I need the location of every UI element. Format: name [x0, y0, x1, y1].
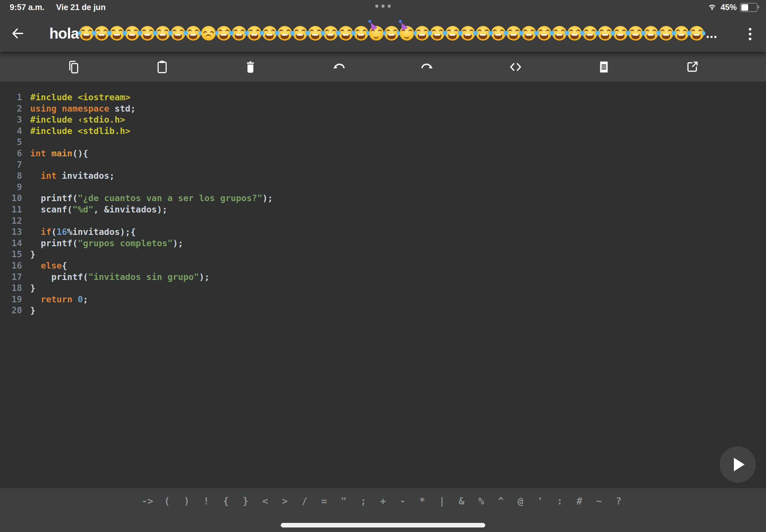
code-line[interactable]: 8 int invitados; [0, 170, 766, 182]
symbol-key[interactable]: ) [177, 495, 197, 507]
undo-icon [331, 59, 346, 75]
line-number: 13 [0, 226, 22, 238]
clock: 9:57 a.m. [10, 3, 44, 12]
title-truncation: ... [706, 26, 717, 41]
symbol-key[interactable]: * [413, 495, 432, 507]
trash-icon [243, 59, 258, 75]
code-line[interactable]: 11 scanf("%d", &invitados); [0, 204, 766, 215]
symbol-key[interactable]: > [275, 495, 295, 507]
symbol-key[interactable]: @ [511, 495, 530, 507]
code-editor-area[interactable]: 1#include <iostream>2using namespace std… [0, 82, 766, 488]
code-line[interactable]: 14 printf("grupos completos"); [0, 238, 766, 249]
code-line[interactable]: 3#include ‹stdio.h> [0, 114, 766, 126]
redo-button[interactable] [416, 55, 439, 78]
code-line[interactable]: 1#include <iostream> [0, 92, 766, 103]
code-line[interactable]: 20} [0, 305, 766, 316]
paste-button[interactable] [151, 55, 173, 78]
symbol-key[interactable]: ' [530, 495, 550, 507]
symbol-key[interactable]: - [393, 495, 413, 507]
symbol-key[interactable]: ? [609, 495, 629, 507]
laugh-emoji [140, 26, 155, 41]
laugh-emoji [247, 26, 261, 41]
laugh-emoji [186, 26, 201, 41]
laugh-emoji [110, 26, 124, 41]
symbol-key[interactable]: + [373, 495, 393, 507]
home-indicator[interactable] [281, 523, 485, 527]
battery-percent: 45% [721, 3, 737, 12]
line-number: 10 [0, 193, 22, 204]
laugh-emoji [537, 26, 552, 41]
copy-button[interactable] [62, 55, 85, 78]
wifi-icon [707, 1, 717, 14]
open-in-new-button[interactable] [681, 55, 704, 78]
code-text: } [30, 305, 35, 316]
line-number: 11 [0, 204, 22, 215]
code-brackets-button[interactable] [504, 55, 527, 78]
code-line[interactable]: 18} [0, 283, 766, 294]
symbol-key[interactable]: " [334, 495, 354, 507]
line-number: 2 [0, 103, 22, 115]
code-line[interactable]: 5 [0, 137, 766, 148]
title-bar: hola ... [0, 15, 766, 52]
code-line[interactable]: 17 printf("invitados sin grupo"); [0, 272, 766, 283]
code-line[interactable]: 6int main(){ [0, 148, 766, 159]
code-text: return 0; [30, 294, 88, 305]
code-text: using namespace std; [30, 103, 136, 115]
code-text: #include <iostream> [30, 92, 130, 103]
code-line[interactable]: 4#include <stdlib.h> [0, 126, 766, 137]
back-arrow-icon [10, 26, 25, 42]
symbol-key[interactable]: ! [196, 495, 216, 507]
line-number: 5 [0, 137, 22, 148]
code-line[interactable]: 19 return 0; [0, 294, 766, 305]
title-text: hola [49, 25, 79, 42]
laugh-emoji [323, 26, 338, 41]
symbol-key[interactable]: ; [353, 495, 373, 507]
code-line[interactable]: 12 [0, 215, 766, 227]
code-line[interactable]: 9 [0, 182, 766, 193]
receipt-button[interactable] [593, 55, 615, 78]
line-number: 7 [0, 159, 22, 171]
symbol-key[interactable]: -> [138, 495, 157, 507]
symbol-key[interactable]: < [255, 495, 275, 507]
symbol-key[interactable]: : [550, 495, 570, 507]
code-line[interactable]: 13 if(16%invitados);{ [0, 226, 766, 238]
symbol-key[interactable]: } [236, 495, 255, 507]
code-text [30, 215, 35, 227]
laugh-emoji [506, 26, 521, 41]
symbol-key[interactable]: { [216, 495, 236, 507]
open-in-new-icon [685, 59, 700, 75]
symbol-key[interactable]: & [452, 495, 472, 507]
code-line[interactable]: 16 else{ [0, 260, 766, 272]
symbol-key[interactable]: / [295, 495, 314, 507]
laugh-emoji [308, 26, 322, 41]
code-text: } [30, 249, 35, 260]
title-emojis [79, 26, 704, 41]
code-line[interactable]: 2using namespace std; [0, 103, 766, 115]
symbol-key[interactable]: ^ [491, 495, 511, 507]
symbol-key[interactable]: ~ [589, 495, 609, 507]
symbol-key[interactable]: # [570, 495, 590, 507]
laugh-emoji [491, 26, 506, 41]
delete-button[interactable] [239, 55, 262, 78]
line-number: 14 [0, 238, 22, 249]
symbol-key[interactable]: | [432, 495, 452, 507]
paste-icon [154, 59, 170, 75]
overflow-menu-button[interactable] [743, 24, 757, 44]
code-line[interactable]: 10 printf("¿de cuantos van a ser los gru… [0, 193, 766, 204]
symbol-key[interactable]: % [471, 495, 491, 507]
code-text: int invitados; [30, 170, 115, 182]
code-text [30, 137, 35, 148]
back-button[interactable] [7, 24, 28, 44]
laugh-emoji [552, 26, 567, 41]
code-line[interactable]: 7 [0, 159, 766, 171]
run-button[interactable] [720, 446, 756, 483]
code-text: else{ [30, 260, 67, 272]
code-editor-app: 9:57 a.m. Vie 21 de jun 45% [0, 0, 766, 532]
symbol-key[interactable]: = [314, 495, 334, 507]
undo-button[interactable] [327, 55, 350, 78]
laugh-emoji [79, 26, 94, 41]
symbol-key[interactable]: ( [157, 495, 177, 507]
receipt-icon [596, 59, 612, 75]
code-line[interactable]: 15} [0, 249, 766, 260]
code-text [30, 182, 35, 193]
